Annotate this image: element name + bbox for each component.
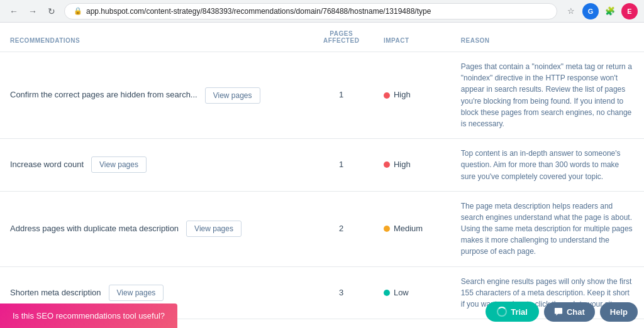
reason-text-0: Pages that contain a "noindex" meta tag … bbox=[461, 62, 632, 128]
trial-button[interactable]: Trial bbox=[486, 302, 539, 322]
trial-spinner-icon bbox=[497, 307, 507, 317]
view-pages-button-0[interactable]: View pages bbox=[205, 87, 260, 104]
trial-label: Trial bbox=[511, 307, 528, 317]
table-row: Address pages with duplicate meta descri… bbox=[0, 191, 644, 266]
seo-feedback-bar[interactable]: Is this SEO recommendations tool useful? bbox=[0, 303, 177, 328]
pages-affected-cell-2: 2 bbox=[309, 191, 374, 266]
browser-actions: ☆ G 🧩 E bbox=[562, 3, 638, 20]
impact-cell-4: Low bbox=[374, 319, 451, 328]
reason-cell-1: Top content is an in-depth answer to som… bbox=[451, 139, 644, 192]
refresh-button[interactable]: ↻ bbox=[44, 4, 59, 19]
impact-cell-3: Low bbox=[374, 266, 451, 319]
table-row: Increase word count View pages 1 High To… bbox=[0, 139, 644, 192]
table-row: Confirm the correct pages are hidden fro… bbox=[0, 52, 644, 139]
browser-chrome: ← → ↻ 🔒 app.hubspot.com/content-strategy… bbox=[0, 0, 644, 23]
rec-text-0: Confirm the correct pages are hidden fro… bbox=[10, 89, 197, 101]
impact-dot-1 bbox=[384, 161, 390, 168]
chat-button[interactable]: Chat bbox=[544, 302, 595, 322]
recommendations-table: RECOMMENDATIONS PAGES AFFECTED IMPACT RE… bbox=[0, 23, 644, 328]
seo-feedback-label: Is this SEO recommendations tool useful? bbox=[13, 311, 165, 320]
col-header-recommendations: RECOMMENDATIONS bbox=[0, 23, 309, 52]
lock-icon: 🔒 bbox=[74, 7, 82, 15]
impact-dot-0 bbox=[384, 92, 390, 99]
rec-cell-2: Address pages with duplicate meta descri… bbox=[0, 191, 309, 266]
pages-affected-cell-3: 3 bbox=[309, 266, 374, 319]
impact-cell-0: High bbox=[374, 52, 451, 139]
help-label: Help bbox=[610, 307, 628, 317]
address-text: app.hubspot.com/content-strategy/8438393… bbox=[86, 7, 431, 16]
profile-g-avatar[interactable]: G bbox=[582, 3, 599, 19]
view-pages-button-3[interactable]: View pages bbox=[109, 285, 164, 301]
reason-text-2: The page meta description helps readers … bbox=[461, 202, 633, 256]
impact-label-3: Low bbox=[394, 287, 409, 298]
impact-dot-2 bbox=[384, 226, 390, 232]
impact-dot-3 bbox=[384, 290, 390, 296]
reason-cell-0: Pages that contain a "noindex" meta tag … bbox=[451, 52, 644, 139]
pages-affected-cell-4: 6 bbox=[309, 319, 374, 328]
impact-label-2: Medium bbox=[394, 223, 423, 234]
rec-text-3: Shorten meta description bbox=[10, 287, 101, 298]
reason-cell-2: The page meta description helps readers … bbox=[451, 191, 644, 266]
back-button[interactable]: ← bbox=[6, 4, 21, 19]
extensions-icon[interactable]: 🧩 bbox=[601, 3, 619, 20]
main-content: RECOMMENDATIONS PAGES AFFECTED IMPACT RE… bbox=[0, 23, 644, 328]
col-header-pages-affected: PAGES AFFECTED bbox=[309, 23, 374, 52]
impact-label-1: High bbox=[394, 159, 411, 170]
chat-label: Chat bbox=[567, 307, 585, 317]
table-header-row: RECOMMENDATIONS PAGES AFFECTED IMPACT RE… bbox=[0, 23, 644, 52]
rec-cell-0: Confirm the correct pages are hidden fro… bbox=[0, 52, 309, 139]
reason-text-1: Top content is an in-depth answer to som… bbox=[461, 149, 621, 180]
browser-nav-icons: ← → ↻ bbox=[6, 4, 59, 19]
forward-button[interactable]: → bbox=[25, 4, 40, 19]
star-icon[interactable]: ☆ bbox=[562, 3, 580, 20]
action-buttons-container: Trial Chat Help bbox=[486, 302, 638, 322]
chat-icon bbox=[554, 307, 563, 316]
help-button[interactable]: Help bbox=[600, 302, 638, 322]
impact-cell-2: Medium bbox=[374, 191, 451, 266]
address-bar[interactable]: 🔒 app.hubspot.com/content-strategy/84383… bbox=[64, 3, 557, 19]
rec-text-2: Address pages with duplicate meta descri… bbox=[10, 223, 179, 234]
view-pages-button-1[interactable]: View pages bbox=[91, 156, 147, 173]
col-header-reason: REASON bbox=[451, 23, 644, 52]
impact-cell-1: High bbox=[374, 139, 451, 192]
pages-affected-cell-0: 1 bbox=[309, 52, 374, 139]
view-pages-button-2[interactable]: View pages bbox=[186, 221, 242, 237]
pages-affected-cell-1: 1 bbox=[309, 139, 374, 192]
impact-label-0: High bbox=[394, 89, 411, 101]
col-header-impact: IMPACT bbox=[374, 23, 451, 52]
rec-text-1: Increase word count bbox=[10, 159, 84, 170]
rec-cell-1: Increase word count View pages bbox=[0, 139, 309, 192]
profile-e-avatar[interactable]: E bbox=[621, 3, 638, 19]
